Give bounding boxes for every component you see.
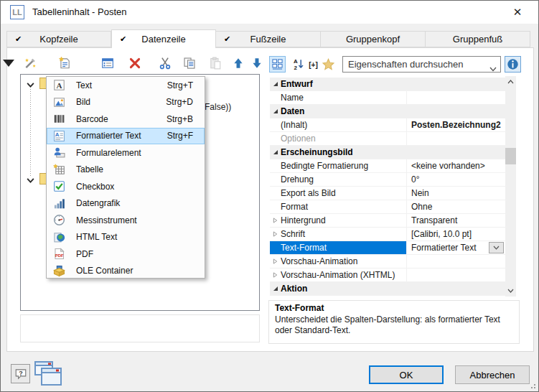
- layout-windows-icon[interactable]: [34, 360, 64, 388]
- property-row-inhalt[interactable]: (Inhalt)Posten.Bezeichnung2: [270, 118, 505, 132]
- tab-gruppenfuß[interactable]: Gruppenfuß: [426, 31, 530, 47]
- tab-label: Fußzeile: [250, 34, 286, 45]
- menu-item-barcode[interactable]: BarcodeStrg+B: [47, 111, 205, 128]
- property-section-daten[interactable]: Daten: [270, 105, 505, 118]
- data-graphic-icon: [52, 196, 66, 210]
- property-row-format[interactable]: FormatOhne: [270, 200, 505, 214]
- help-icon: ?: [14, 368, 27, 381]
- menu-item-text[interactable]: ATextStrg+T: [47, 77, 205, 94]
- property-row-name[interactable]: Name: [270, 91, 505, 105]
- tab-gruppenkopf[interactable]: Gruppenkopf: [321, 31, 426, 47]
- property-label: Optionen: [281, 134, 406, 144]
- tree-expander-icon[interactable]: [26, 80, 35, 89]
- property-row-export-als-bild[interactable]: Export als BildNein: [270, 187, 505, 200]
- menu-item-shortcut: Strg+D: [166, 97, 199, 107]
- scroll-up-icon[interactable]: [505, 76, 516, 88]
- property-value[interactable]: [406, 269, 505, 281]
- menu-item-label: Text: [76, 80, 92, 90]
- scrollbar[interactable]: [505, 76, 516, 297]
- property-row-vorschau-animation-xhtml[interactable]: Vorschau-Animation (XHTML): [270, 269, 505, 282]
- property-row-text-format[interactable]: Text-FormatFormatierter Text: [270, 241, 505, 255]
- svg-text:?: ?: [19, 369, 23, 376]
- element-properties-button[interactable]: [100, 55, 116, 71]
- text-icon: A: [52, 78, 66, 93]
- property-value[interactable]: Ohne: [406, 200, 505, 213]
- menu-item-label: OLE Container: [76, 266, 133, 276]
- categorized-view-button[interactable]: [269, 56, 286, 73]
- property-value[interactable]: [406, 255, 505, 268]
- svg-text:A: A: [55, 131, 59, 137]
- new-element-button[interactable]: [57, 55, 72, 71]
- property-value[interactable]: [406, 91, 505, 104]
- description-title: Text-Format: [275, 303, 513, 313]
- help-button[interactable]: ?: [11, 364, 30, 383]
- copy-icon: [183, 57, 196, 70]
- property-row-drehung[interactable]: Drehung0°: [270, 173, 505, 187]
- property-section-entwurf[interactable]: Entwurf: [270, 78, 505, 91]
- menu-item-checkbox[interactable]: Checkbox: [47, 178, 205, 195]
- dropdown-button[interactable]: [489, 242, 504, 253]
- property-value[interactable]: Formatierter Text: [406, 241, 505, 254]
- info-button[interactable]: [505, 56, 521, 73]
- tab-datenzeile[interactable]: ✔Datenzeile: [111, 29, 216, 48]
- property-row-vorschau-animation[interactable]: Vorschau-Animation: [270, 255, 505, 269]
- move-up-button[interactable]: [230, 55, 246, 71]
- menu-item-formularelement[interactable]: Formularelement: [47, 144, 205, 162]
- menu-item-datengrafik[interactable]: Datengrafik: [47, 195, 205, 213]
- row-gutter: [270, 118, 281, 131]
- window-title: Tabelleninhalt - Posten: [32, 6, 127, 17]
- tab-fußzeile[interactable]: ✔Fußzeile: [216, 31, 321, 47]
- menu-item-shortcut: Strg+T: [167, 80, 199, 90]
- property-label: (Inhalt): [281, 120, 406, 130]
- menu-item-html-text[interactable]: HTML Text: [47, 229, 205, 246]
- tab-label: Kopfzeile: [39, 34, 78, 45]
- property-value[interactable]: <keine vorhanden>: [406, 159, 505, 172]
- menu-item-bild[interactable]: BildStrg+D: [47, 94, 205, 111]
- wizard-button[interactable]: [22, 55, 38, 71]
- menu-item-ole-container[interactable]: OLE Container: [47, 263, 205, 280]
- property-value[interactable]: 0°: [406, 173, 505, 186]
- menu-item-pdf[interactable]: PDFPDF: [47, 246, 205, 263]
- property-value[interactable]: [406, 132, 505, 145]
- property-row-schrift[interactable]: Schrift[Calibri, 10.0 pt]: [270, 228, 505, 241]
- property-value[interactable]: Posten.Bezeichnung2: [406, 118, 505, 131]
- expand-all-button[interactable]: [+]: [305, 56, 322, 73]
- close-button[interactable]: ✕: [502, 1, 533, 24]
- scroll-down-icon[interactable]: [505, 285, 516, 297]
- cut-icon: [159, 57, 172, 70]
- cut-button[interactable]: [157, 55, 173, 71]
- property-row-optionen[interactable]: Optionen: [270, 132, 505, 146]
- new-element-arrow-button[interactable]: [1, 55, 17, 71]
- search-input[interactable]: [342, 56, 501, 73]
- title-bar: LL Tabelleninhalt - Posten ✕: [1, 1, 538, 24]
- tab-kopfzeile[interactable]: ✔Kopfzeile: [6, 31, 111, 47]
- property-value[interactable]: Transparent: [406, 214, 505, 227]
- menu-item-tabelle[interactable]: Tabelle: [47, 162, 205, 179]
- move-down-button[interactable]: [249, 55, 265, 71]
- menu-item-shortcut: Strg+F: [167, 131, 199, 141]
- sort-alphabetical-button[interactable]: A2: [290, 56, 306, 73]
- menu-item-formatierter-text[interactable]: AFormatierter TextStrg+F: [47, 128, 205, 145]
- cancel-button[interactable]: Abbrechen: [455, 365, 530, 384]
- property-row-hintergrund[interactable]: HintergrundTransparent: [270, 214, 505, 228]
- favorites-button[interactable]: [320, 56, 337, 73]
- lower-panel: [20, 314, 260, 342]
- property-row-bedingte-formatierung[interactable]: Bedingte Formatierung<keine vorhanden>: [270, 159, 505, 173]
- resize-grip[interactable]: [529, 382, 536, 389]
- scrollbar-thumb[interactable]: [505, 148, 516, 164]
- property-label: Text-Format: [281, 241, 406, 254]
- section-collapse-icon: [270, 105, 281, 118]
- property-value[interactable]: [Calibri, 10.0 pt]: [406, 228, 505, 241]
- property-section-erscheinungsbild[interactable]: Erscheinungsbild: [270, 146, 505, 159]
- ok-button[interactable]: OK: [369, 365, 444, 384]
- property-section-aktion[interactable]: Aktion: [270, 282, 505, 296]
- copy-button[interactable]: [182, 55, 197, 71]
- expand-icon[interactable]: [270, 228, 281, 241]
- tree-expander-icon[interactable]: [26, 175, 35, 185]
- property-value[interactable]: Nein: [406, 187, 505, 200]
- expand-icon[interactable]: [270, 269, 281, 281]
- menu-item-messinstrument[interactable]: Messinstrument: [47, 212, 205, 229]
- expand-icon[interactable]: [270, 255, 281, 268]
- delete-button[interactable]: [127, 55, 143, 71]
- expand-icon[interactable]: [270, 214, 281, 227]
